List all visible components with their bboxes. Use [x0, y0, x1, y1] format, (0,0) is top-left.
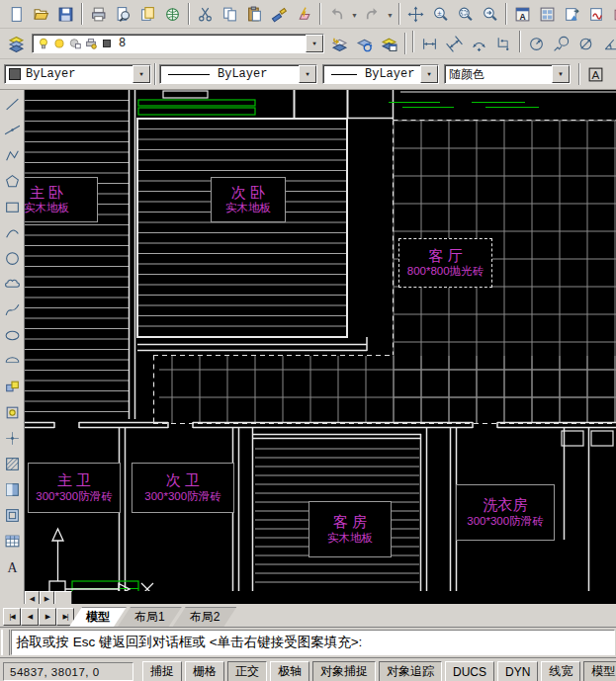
linetype-combo-dropdown-icon[interactable]: ▼ — [299, 65, 316, 83]
layerprev-button[interactable] — [327, 31, 352, 56]
ellipsearc-button[interactable] — [0, 348, 25, 374]
sun-icon[interactable] — [52, 37, 66, 50]
plotstyle-combo[interactable]: 随颜色 ▼ — [444, 64, 571, 84]
coordinate-display[interactable]: 54837, 38017, 0 — [3, 662, 133, 681]
cut-button[interactable] — [193, 1, 218, 27]
makeblock-button[interactable] — [0, 399, 25, 425]
open-button[interactable] — [29, 1, 53, 27]
revcloud-button[interactable] — [0, 271, 25, 297]
room-label-zhuwo[interactable]: 主 卧实木地板 — [25, 177, 98, 222]
publish-button[interactable] — [135, 1, 160, 27]
dropdown-arrow-icon[interactable]: ▼ — [385, 2, 396, 26]
polygon-button[interactable] — [0, 168, 25, 194]
status-toggle-model[interactable]: 模型 — [583, 661, 616, 681]
room-label-ciwei[interactable]: 次 卫300*300防滑砖 — [132, 463, 234, 513]
tab-model[interactable]: 模型 — [69, 607, 127, 627]
xline-button[interactable] — [0, 117, 25, 142]
circle-button[interactable] — [0, 245, 25, 271]
line-button[interactable] — [0, 91, 25, 117]
status-toggle-polar[interactable]: 极轴 — [270, 661, 309, 681]
zoom-button[interactable]: ± — [428, 1, 453, 27]
vpfreeze-icon[interactable] — [68, 37, 82, 50]
hatch-button[interactable] — [0, 451, 25, 476]
insertblock-button[interactable] — [0, 374, 25, 399]
spline-button[interactable] — [0, 297, 25, 322]
preview-button[interactable] — [111, 1, 135, 27]
save-button[interactable] — [53, 1, 78, 27]
command-prompt[interactable]: 拾取或按 Esc 键返回到对话框或 <单击右键接受图案填充>: — [11, 630, 615, 655]
table-button[interactable] — [0, 528, 25, 553]
room-label-ciwo[interactable]: 次 卧实木地板 — [211, 177, 286, 222]
command-window-splitter[interactable] — [1, 630, 10, 655]
room-label-kefang[interactable]: 客 房实木地板 — [308, 501, 392, 557]
pan-button[interactable] — [403, 1, 428, 27]
copy-button[interactable] — [218, 1, 242, 27]
blockeditor-button[interactable] — [292, 1, 316, 27]
room-label-xiyifang[interactable]: 洗衣房300*300防滑砖 — [456, 484, 555, 541]
canvas-horizontal-scrollbar[interactable]: ◀ ▶ — [25, 591, 616, 604]
textstyle-button[interactable]: A — [583, 61, 608, 87]
dimangular-button[interactable] — [598, 31, 616, 56]
tab-nav-last-button[interactable]: ▶| — [56, 608, 74, 626]
color-combo-dropdown-icon[interactable]: ▼ — [132, 65, 150, 83]
mtext-button[interactable]: A — [0, 553, 25, 579]
dimradius-button[interactable] — [524, 31, 549, 56]
web-button[interactable] — [160, 1, 185, 27]
layermgr-button[interactable] — [377, 31, 401, 56]
dcenter-button[interactable] — [535, 1, 560, 27]
zoomprev-button[interactable] — [478, 1, 502, 27]
tab-layout2[interactable]: 布局2 — [173, 607, 237, 627]
plotstyle-combo-dropdown-icon[interactable]: ▼ — [552, 65, 570, 83]
scroll-left-icon[interactable]: ◀ — [25, 591, 40, 604]
scroll-right-icon[interactable]: ▶ — [40, 591, 54, 604]
status-toggle-lwt[interactable]: 线宽 — [541, 661, 580, 681]
point-button[interactable] — [0, 425, 25, 451]
dimaligned-button[interactable] — [442, 31, 467, 56]
room-label-zhuwei[interactable]: 主 卫300*300防滑砖 — [28, 463, 121, 513]
drawing-canvas[interactable]: 主 卧实木地板次 卧实木地板客 厅800*800抛光砖主 卫300*300防滑砖… — [25, 90, 616, 604]
lineweight-combo[interactable]: ByLayer ▼ — [322, 64, 439, 84]
zoomwin-button[interactable] — [453, 1, 478, 27]
gradient-button[interactable] — [0, 476, 25, 502]
plot-button[interactable] — [86, 1, 111, 27]
layerupd-button[interactable] — [352, 31, 377, 56]
props-button[interactable]: A — [510, 1, 535, 27]
color-combo[interactable]: ByLayer ▼ — [4, 64, 151, 84]
markupset-button[interactable] — [584, 1, 609, 27]
status-toggle-ortho[interactable]: 正交 — [227, 661, 267, 681]
dimordinate-button[interactable] — [491, 31, 516, 56]
matchprop-button[interactable] — [267, 1, 292, 27]
lineweight-combo-dropdown-icon[interactable]: ▼ — [420, 65, 438, 83]
status-toggle-grid[interactable]: 栅格 — [185, 661, 224, 681]
undo-button[interactable] — [324, 1, 349, 27]
tab-nav-first-button[interactable]: |◀ — [3, 608, 21, 626]
plotstate-icon[interactable] — [84, 37, 98, 50]
region-button[interactable] — [0, 502, 25, 528]
tab-nav-prev-button[interactable]: ◀ — [21, 608, 39, 626]
arc-button[interactable] — [0, 219, 25, 245]
scrollbar-thumb[interactable] — [54, 591, 72, 604]
ellipse-button[interactable] — [0, 322, 25, 348]
dimdiameter-button[interactable] — [573, 31, 598, 56]
redo-button[interactable] — [360, 1, 385, 27]
dimlinear-button[interactable] — [417, 31, 442, 56]
status-toggle-dyn[interactable]: DYN — [497, 661, 538, 681]
status-toggle-snap[interactable]: 捕捉 — [142, 661, 182, 681]
layers-button[interactable] — [4, 31, 29, 56]
linetype-combo[interactable]: ByLayer ▼ — [159, 64, 317, 84]
sheetset-button[interactable] — [560, 1, 584, 27]
tab-layout1[interactable]: 布局1 — [118, 607, 182, 627]
layer-combo[interactable]: 8 ▼ — [32, 34, 324, 53]
paste-button[interactable] — [242, 1, 267, 27]
new-button[interactable] — [4, 1, 29, 27]
room-label-keting[interactable]: 客 厅800*800抛光砖 — [398, 238, 492, 288]
status-toggle-ducs[interactable]: DUCS — [445, 661, 494, 681]
tab-nav-next-button[interactable]: ▶ — [39, 608, 56, 626]
status-toggle-osnap[interactable]: 对象捕捉 — [312, 661, 376, 681]
pubstack-button[interactable] — [609, 1, 616, 27]
bulb-icon[interactable] — [37, 37, 50, 50]
status-toggle-otrack[interactable]: 对象追踪 — [379, 661, 442, 681]
dimjogged-button[interactable] — [549, 31, 573, 56]
layer-combo-dropdown-icon[interactable]: ▼ — [306, 35, 323, 52]
rectangle-button[interactable] — [0, 194, 25, 219]
